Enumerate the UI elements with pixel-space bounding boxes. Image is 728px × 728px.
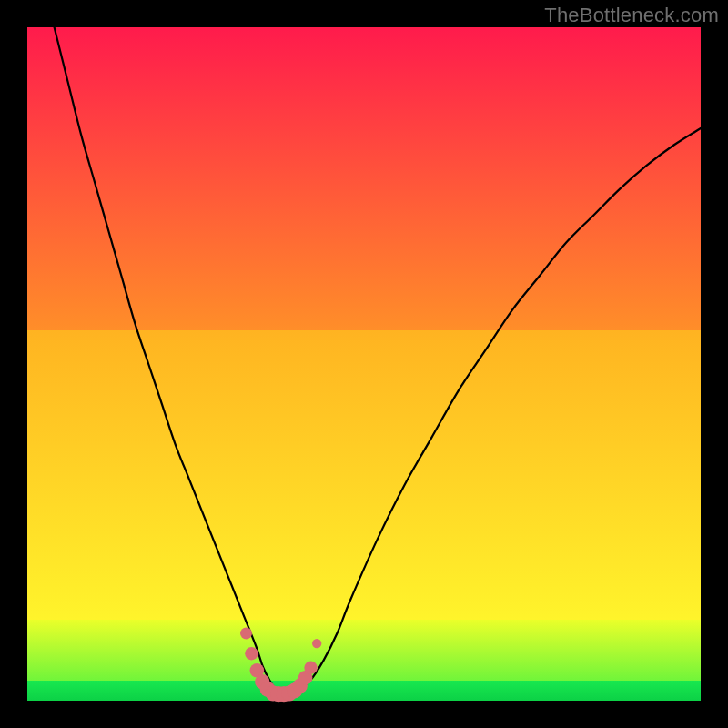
highlight-dot — [240, 628, 252, 640]
plot-background — [27, 27, 701, 701]
highlight-dot — [312, 639, 321, 648]
watermark-label: TheBottleneck.com — [544, 4, 719, 27]
chart-frame: TheBottleneck.com — [0, 0, 728, 728]
bottleneck-chart — [0, 0, 728, 728]
highlight-dot — [245, 647, 258, 660]
highlight-dot — [304, 662, 317, 674]
